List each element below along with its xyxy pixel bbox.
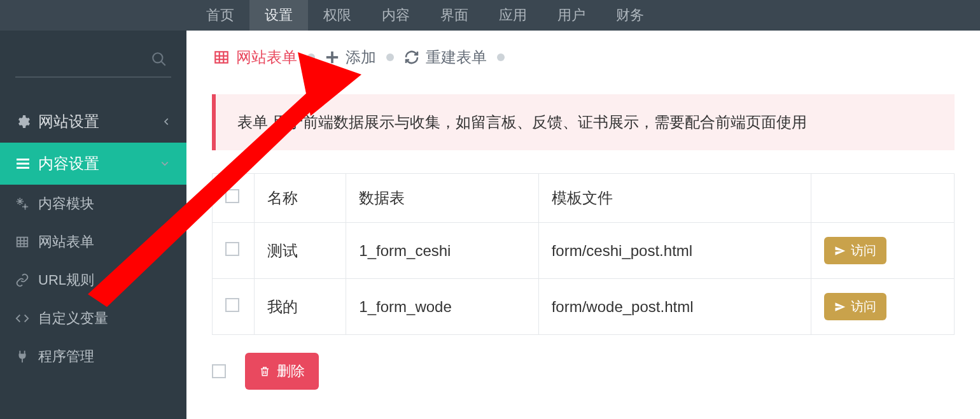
delete-label: 删除 [277,362,305,381]
plug-icon [15,350,38,364]
top-nav: 首页 设置 权限 内容 界面 应用 用户 财务 [0,0,980,31]
bars-icon [15,156,38,171]
svg-point-6 [24,205,27,208]
gears-icon [15,197,38,211]
row-checkbox[interactable] [225,242,239,256]
tab-add[interactable]: 添加 [324,45,377,70]
cell-db: 1_form_ceshi [346,223,538,279]
delete-button[interactable]: 删除 [245,353,319,390]
sidebar-item-content-module[interactable]: 内容模块 [0,185,186,223]
sidebar-item-site-form[interactable]: 网站表单 [0,223,186,261]
cell-name: 测试 [255,223,346,279]
nav-settings[interactable]: 设置 [249,0,308,31]
gear-icon [15,114,38,129]
tab-site-form[interactable]: 网站表单 [212,45,298,70]
sidebar-item-label: 程序管理 [38,347,94,366]
toolbar: 网站表单 添加 重建表单 [186,31,980,79]
tab-separator-dot [497,53,505,61]
tab-label: 网站表单 [236,47,297,67]
sidebar-item-site-settings[interactable]: 网站设置 [0,101,186,143]
sidebar-item-program-manage[interactable]: 程序管理 [0,337,186,376]
visit-button[interactable]: 访问 [824,237,886,264]
table-row: 测试 1_form_ceshi form/ceshi_post.html 访问 [213,223,955,279]
info-text: 表单 用于前端数据展示与收集，如留言板、反馈、证书展示，需要配合前端页面使用 [237,113,807,131]
svg-rect-4 [17,167,29,169]
svg-rect-7 [17,238,28,247]
code-icon [15,311,38,325]
link-icon [15,273,38,287]
svg-rect-18 [326,56,338,59]
cell-tpl: form/ceshi_post.html [538,223,811,279]
nav-app[interactable]: 应用 [484,0,542,31]
svg-point-5 [18,200,22,204]
tab-separator-dot [307,53,315,61]
sidebar-item-label: 网站设置 [38,111,162,132]
col-name: 名称 [255,174,346,223]
col-db: 数据表 [346,174,538,223]
paper-plane-icon [834,245,846,257]
nav-permission[interactable]: 权限 [308,0,367,31]
tab-label: 添加 [346,47,376,67]
visit-button[interactable]: 访问 [824,293,886,320]
info-banner: 表单 用于前端数据展示与收集，如留言板、反馈、证书展示，需要配合前端页面使用 [212,94,955,150]
tab-rebuild-form[interactable]: 重建表单 [403,45,488,70]
visit-label: 访问 [851,298,876,315]
tab-separator-dot [386,53,394,61]
paper-plane-icon [834,301,846,313]
search-input[interactable] [15,42,171,76]
col-checkbox [213,174,255,223]
sidebar-item-content-settings[interactable]: 内容设置 [0,143,186,185]
trash-icon [259,365,270,378]
nav-content[interactable]: 内容 [367,0,425,31]
chevron-left-icon [162,115,171,128]
col-tpl: 模板文件 [538,174,811,223]
search-box[interactable] [15,42,171,78]
sidebar-item-url-rules[interactable]: URL规则 [0,261,186,299]
svg-line-1 [162,62,165,66]
form-table: 名称 数据表 模板文件 测试 1_form_ceshi form/ceshi_p… [212,173,955,335]
checkbox-all[interactable] [225,189,239,203]
nav-user[interactable]: 用户 [542,0,601,31]
tab-label: 重建表单 [426,47,487,67]
chevron-down-icon [158,159,171,168]
main-content: 网站表单 添加 重建表单 表单 用于前端数据展示与收集，如留言板、反馈、证书展示… [186,31,980,419]
search-icon [151,51,167,67]
sidebar-item-label: 网站表单 [38,232,94,252]
row-checkbox[interactable] [225,298,239,312]
svg-rect-2 [17,159,29,160]
svg-rect-3 [17,163,29,165]
nav-home[interactable]: 首页 [191,0,249,31]
sidebar: 网站设置 内容设置 内容模块 [0,31,186,419]
nav-ui[interactable]: 界面 [425,0,484,31]
col-actions [811,174,954,223]
table-header-row: 名称 数据表 模板文件 [213,174,955,223]
plus-icon [325,50,339,64]
nav-finance[interactable]: 财务 [601,0,659,31]
table-icon [15,235,38,249]
sidebar-item-label: 自定义变量 [38,309,108,328]
table-icon [213,49,230,66]
sidebar-item-label: URL规则 [38,271,94,290]
table-row: 我的 1_form_wode form/wode_post.html 访问 [213,279,955,335]
cell-tpl: form/wode_post.html [538,279,811,335]
footer-checkbox[interactable] [212,364,226,378]
svg-rect-12 [215,52,228,62]
cell-name: 我的 [255,279,346,335]
svg-point-0 [153,53,162,62]
cell-db: 1_form_wode [346,279,538,335]
refresh-icon [404,50,419,65]
sidebar-item-custom-vars[interactable]: 自定义变量 [0,299,186,337]
visit-label: 访问 [851,242,876,259]
sidebar-item-label: 内容设置 [38,153,158,174]
table-footer: 删除 [212,353,955,390]
sidebar-item-label: 内容模块 [38,194,94,213]
